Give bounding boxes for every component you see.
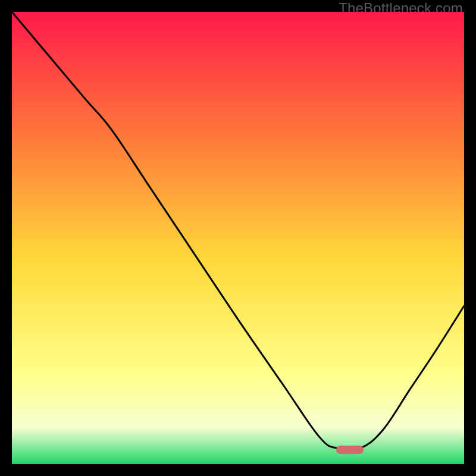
chart-frame bbox=[12, 12, 464, 464]
bottleneck-chart bbox=[12, 12, 464, 464]
gradient-background bbox=[12, 12, 464, 464]
baseline bbox=[12, 462, 464, 464]
optimal-marker bbox=[336, 446, 364, 454]
